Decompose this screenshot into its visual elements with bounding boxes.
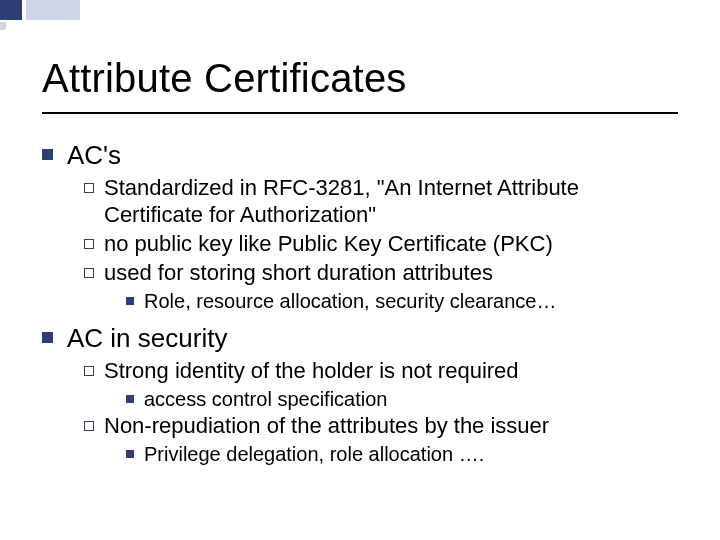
hollow-square-bullet-icon — [84, 239, 94, 249]
accent-light-bar — [26, 0, 80, 20]
slide-title: Attribute Certificates — [42, 56, 407, 101]
list-item-text: Strong identity of the holder is not req… — [104, 358, 519, 385]
title-underline — [42, 112, 678, 114]
sublist-item: Role, resource allocation, security clea… — [126, 289, 678, 313]
hollow-square-bullet-icon — [84, 183, 94, 193]
sublist-item-text: Privilege delegation, role allocation …. — [144, 442, 484, 466]
hollow-square-bullet-icon — [84, 268, 94, 278]
sublist-item: access control specification — [126, 387, 678, 411]
hollow-square-bullet-icon — [84, 421, 94, 431]
list-item: used for storing short duration attribut… — [84, 260, 678, 287]
list-item: Non-repudiation of the attributes by the… — [84, 413, 678, 440]
sublist-item: Privilege delegation, role allocation …. — [126, 442, 678, 466]
list-item: Standardized in RFC-3281, "An Internet A… — [84, 175, 678, 229]
square-bullet-icon — [126, 395, 134, 403]
square-bullet-icon — [42, 149, 53, 160]
list-item-text: Standardized in RFC-3281, "An Internet A… — [104, 175, 678, 229]
hollow-square-bullet-icon — [84, 366, 94, 376]
list-item: no public key like Public Key Certificat… — [84, 231, 678, 258]
list-item-text: Non-repudiation of the attributes by the… — [104, 413, 549, 440]
list-item-text: used for storing short duration attribut… — [104, 260, 493, 287]
list-item: Strong identity of the holder is not req… — [84, 358, 678, 385]
accent-dark-square — [0, 0, 22, 20]
square-bullet-icon — [126, 297, 134, 305]
accent-tiny-square — [0, 22, 6, 30]
slide-body: AC's Standardized in RFC-3281, "An Inter… — [42, 130, 678, 467]
slide: Attribute Certificates AC's Standardized… — [0, 0, 720, 540]
sublist-item-text: access control specification — [144, 387, 387, 411]
section-heading: AC's — [42, 140, 678, 171]
square-bullet-icon — [126, 450, 134, 458]
sublist-item-text: Role, resource allocation, security clea… — [144, 289, 556, 313]
list-item-text: no public key like Public Key Certificat… — [104, 231, 553, 258]
corner-accent — [0, 0, 86, 20]
section-heading-text: AC in security — [67, 323, 227, 354]
section-heading: AC in security — [42, 323, 678, 354]
square-bullet-icon — [42, 332, 53, 343]
section-heading-text: AC's — [67, 140, 121, 171]
